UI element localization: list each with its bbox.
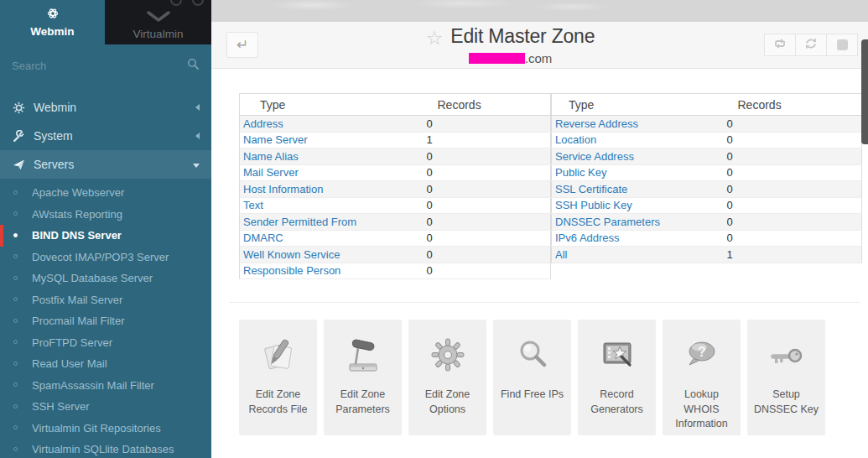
refresh-button[interactable] <box>795 34 827 56</box>
record-type-link[interactable]: Mail Server <box>243 166 299 179</box>
record-type-link[interactable]: Name Server <box>243 133 308 146</box>
tab-webmin-label: Webmin <box>30 25 74 38</box>
sidebar-item-postfix[interactable]: Postfix Mail Server <box>0 289 211 311</box>
record-type-link[interactable]: Public Key <box>555 166 606 179</box>
wrench-icon <box>12 130 26 143</box>
sidebar-item-read-user-mail[interactable]: Read User Mail <box>0 353 211 375</box>
record-type-link[interactable]: IPv6 Address <box>555 232 620 244</box>
table-row: DMARC0 <box>240 230 551 247</box>
search-icon[interactable] <box>186 57 200 74</box>
record-type-link[interactable]: Well Known Service <box>243 248 340 261</box>
gear-icon <box>12 101 26 114</box>
zone-content: Type Records Address0 Name Server1 Name … <box>211 69 868 435</box>
record-type-link[interactable]: Address <box>243 117 283 130</box>
action-find-free-ips[interactable]: Find Free IPs <box>493 320 571 435</box>
record-type-link[interactable]: Location <box>555 133 596 146</box>
favorite-star-icon[interactable]: ☆ <box>426 27 444 49</box>
record-type-link[interactable]: Reverse Address <box>555 117 638 130</box>
record-count: 0 <box>725 230 862 247</box>
sidebar-item-servers[interactable]: Servers <box>0 150 211 179</box>
sidebar-item-virtualmin-sqllite[interactable]: Virtualmin SQLlite Databases <box>0 439 211 458</box>
record-type-link[interactable]: Host Information <box>243 183 323 195</box>
table-row: Location0 <box>552 132 862 148</box>
bullet-dot-icon <box>13 425 18 429</box>
sidebar-item-system[interactable]: System <box>0 122 211 150</box>
header-buttons <box>765 34 858 56</box>
stop-button[interactable] <box>826 34 858 56</box>
record-type-link[interactable]: Responsible Person <box>243 264 340 277</box>
action-record-generators[interactable]: Record Generators <box>578 320 656 435</box>
zone-actions: Edit Zone Records File <box>239 320 868 435</box>
search-bar <box>0 44 211 86</box>
back-button[interactable]: ↵ <box>226 32 258 58</box>
action-label: Setup DNSSEC Key <box>747 388 825 417</box>
servers-submenu: Apache Webserver AWstats Reporting BIND … <box>0 182 211 458</box>
tab-webmin[interactable]: Webmin <box>0 0 105 44</box>
action-edit-zone-options[interactable]: Edit Zone Options <box>408 320 486 435</box>
record-count: 0 <box>424 230 551 247</box>
action-edit-zone-parameters[interactable]: Edit Zone Parameters <box>324 320 402 435</box>
record-type-link[interactable]: Service Address <box>555 150 634 163</box>
sidebar-item-procmail[interactable]: Procmail Mail Filter <box>0 310 211 332</box>
sidebar-item-mysql[interactable]: MySQL Database Server <box>0 268 211 289</box>
record-type-link[interactable]: Text <box>243 199 263 211</box>
bullet-dot-icon <box>13 383 18 387</box>
table-row: SSL Certificate0 <box>552 181 862 198</box>
page-title: Edit Master Zone <box>450 25 595 47</box>
record-type-link[interactable]: All <box>555 248 567 261</box>
bullet-dot-icon <box>13 340 18 344</box>
record-type-link[interactable]: Sender Permitted From <box>243 216 356 228</box>
refresh-icon <box>803 37 819 53</box>
sidebar-item-virtualmin-git[interactable]: Virtualmin Git Repositories <box>0 418 211 440</box>
column-header-records: Records <box>725 94 862 116</box>
bullet-dot-icon <box>13 233 18 237</box>
sidebar: Webmin Virtualmin <box>0 0 211 458</box>
table-row: IPv6 Address0 <box>552 230 862 247</box>
record-type-link[interactable]: DNSSEC Parameters <box>555 216 660 228</box>
column-header-type: Type <box>240 94 424 116</box>
action-setup-dnssec-key[interactable]: Setup DNSSEC Key <box>747 320 825 435</box>
table-row: Mail Server0 <box>240 164 551 181</box>
record-count: 1 <box>424 132 551 148</box>
bullet-dot-icon <box>13 297 18 301</box>
sidebar-item-dovecot[interactable]: Dovecot IMAP/POP3 Server <box>0 247 211 268</box>
domain-suffix: .com <box>525 51 553 65</box>
sidebar-item-spamassassin[interactable]: SpamAssassin Mail Filter <box>0 375 211 397</box>
sidebar-item-ssh-server[interactable]: SSH Server <box>0 396 211 418</box>
sidebar-item-apache-webserver[interactable]: Apache Webserver <box>0 182 211 204</box>
virtualmin-logo-icon <box>192 0 204 6</box>
sidebar-item-proftpd[interactable]: ProFTPD Server <box>0 332 211 354</box>
record-type-link[interactable]: DMARC <box>243 232 283 244</box>
record-count: 0 <box>725 116 862 133</box>
search-input[interactable] <box>12 60 186 72</box>
action-lookup-whois-information[interactable]: ? Lookup WHOIS Information <box>663 320 741 435</box>
record-type-link[interactable]: SSL Certificate <box>555 183 627 195</box>
speech-question-icon: ? <box>682 324 722 388</box>
table-row: Host Information0 <box>240 181 551 198</box>
repeat-button[interactable] <box>764 34 796 56</box>
action-label: Record Generators <box>578 388 656 417</box>
repeat-icon <box>772 37 788 53</box>
webmin-logo-icon <box>45 7 60 23</box>
sidebar-item-bind-dns-server[interactable]: BIND DNS Server <box>0 225 211 247</box>
tab-virtualmin[interactable]: Virtualmin <box>105 0 211 44</box>
record-type-link[interactable]: Name Alias <box>243 150 299 163</box>
screen-wand-icon <box>597 324 637 388</box>
action-edit-zone-records-file[interactable]: Edit Zone Records File <box>239 320 317 435</box>
record-count: 1 <box>725 247 862 263</box>
record-count: 0 <box>725 214 862 231</box>
table-row: Name Alias0 <box>240 148 551 165</box>
sidebar-item-webmin[interactable]: Webmin <box>0 93 211 122</box>
bullet-dot-icon <box>13 254 18 258</box>
record-count: 0 <box>424 116 551 133</box>
magnifier-icon <box>512 324 553 388</box>
record-type-link[interactable]: SSH Public Key <box>555 199 632 211</box>
webmin-app: Webmin Virtualmin <box>0 0 868 458</box>
sidebar-item-label: Servers <box>34 158 74 171</box>
sidebar-item-awstats-reporting[interactable]: AWstats Reporting <box>0 204 211 226</box>
table-row: SSH Public Key0 <box>552 197 862 214</box>
zone-domain: .com <box>262 51 759 65</box>
table-row: Well Known Service0 <box>240 247 551 263</box>
record-count: 0 <box>424 197 551 214</box>
scrollbar-thumb[interactable] <box>861 39 868 144</box>
